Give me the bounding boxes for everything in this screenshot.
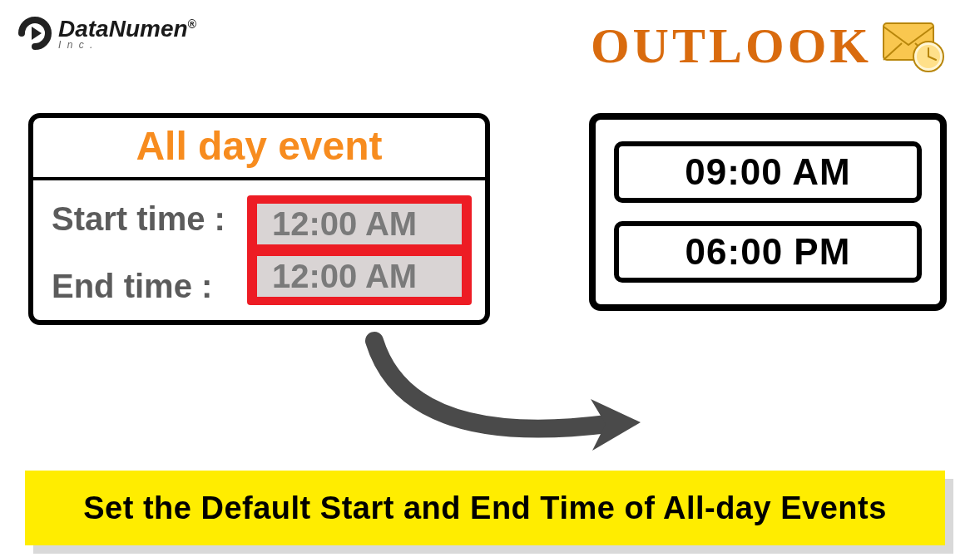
arrow-icon (358, 324, 674, 474)
outlook-envelope-icon (880, 17, 947, 75)
time-labels-col: Start time : End time : (52, 195, 247, 305)
outlook-title: OUTLOOK (591, 17, 872, 75)
logo-registered: ® (188, 17, 196, 31)
caption-text: Set the Default Start and End Time of Al… (83, 490, 887, 526)
logo-text-wrap: DataNumen® I n c . (58, 16, 196, 51)
new-start-time: 09:00 AM (614, 141, 922, 203)
outlook-heading: OUTLOOK (591, 17, 947, 75)
logo-brand-bold: Data (58, 16, 109, 42)
all-day-event-panel: All day event Start time : End time : 12… (28, 113, 490, 325)
logo-mark-icon (17, 15, 53, 52)
all-day-event-body: Start time : End time : 12:00 AM 12:00 A… (33, 180, 485, 320)
all-day-event-header: All day event (33, 118, 485, 180)
logo-brand-rest: Numen (109, 16, 188, 42)
end-time-field[interactable]: 12:00 AM (257, 256, 462, 297)
all-day-event-title: All day event (136, 124, 382, 168)
end-time-label: End time : (52, 268, 247, 305)
start-time-label: Start time : (52, 200, 247, 238)
start-time-field[interactable]: 12:00 AM (257, 204, 462, 244)
time-fields-highlight: 12:00 AM 12:00 AM (247, 195, 472, 305)
new-end-time: 06:00 PM (614, 221, 922, 283)
logo-text: DataNumen® (58, 16, 196, 42)
new-times-panel: 09:00 AM 06:00 PM (589, 113, 947, 311)
caption-banner: Set the Default Start and End Time of Al… (25, 471, 945, 545)
datanumen-logo: DataNumen® I n c . (17, 15, 196, 52)
